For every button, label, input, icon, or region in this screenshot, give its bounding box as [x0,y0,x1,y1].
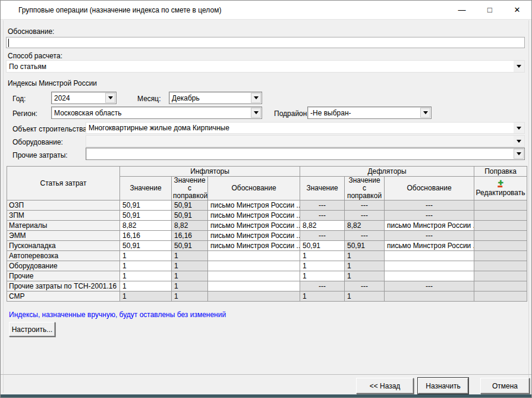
cost-value-cell[interactable]: письмо Минстроя России ... [208,241,300,251]
cost-value-cell: 1 [172,271,208,281]
chevron-down-icon [514,136,524,146]
cost-value-cell: 1 [345,261,385,271]
cost-value-cell [474,241,527,251]
header-def-justification: Обоснование [385,177,474,200]
cost-article-cell: СМР [7,292,120,302]
cost-value-cell [474,261,527,271]
cost-value-cell[interactable]: 16,16 [120,231,172,241]
cost-article-cell: Пусконаладка [7,241,120,251]
section-title: Индексы Минстрой России [8,79,97,87]
cost-value-cell[interactable]: 50,91 [120,211,172,221]
table-row: ЭММ16,1616,16письмо Минстроя России ...-… [7,231,527,241]
cost-article-cell: ОЗП [7,200,120,211]
cost-value-cell[interactable]: 8,82 [120,221,172,231]
header-adjustment: Поправка [474,167,527,177]
other-costs-select[interactable] [86,148,525,160]
group-operations-dialog: Групповые операции (назначение индекса п… [0,0,532,398]
year-value: 2024 [52,94,105,102]
table-row: ЗПМ50,9150,91письмо Минстроя России ...-… [7,211,527,221]
cost-value-cell[interactable] [208,261,300,271]
window-bottom-edge [1,394,531,397]
cost-value-cell[interactable]: 1 [120,261,172,271]
cost-value-cell[interactable]: письмо Минстроя России ... [208,221,300,231]
back-button[interactable]: << Назад [356,378,414,394]
cost-article-cell: Оборудование [7,261,120,271]
edit-label: Редактировать [476,189,525,197]
other-costs-label: Прочие затраты: [12,151,68,159]
chevron-down-icon [514,149,524,159]
cost-value-cell[interactable]: 1 [300,271,345,281]
minus-icon [498,186,502,187]
cost-value-cell: --- [300,231,345,241]
cost-value-cell[interactable]: 1 [120,271,172,281]
configure-button[interactable]: Настроить... [9,322,55,337]
cost-value-cell[interactable]: 1 [300,251,345,261]
manual-indexes-note: Индексы, назначенные вручную, будут оста… [9,311,226,319]
assign-button[interactable]: Назначить [418,378,468,394]
edit-adjustment-button[interactable]: ✚ Редактировать [474,177,527,200]
region-select[interactable]: Московская область [51,106,262,119]
chevron-down-icon [420,108,430,118]
cost-value-cell[interactable]: письмо Минстроя России ... [208,200,300,211]
cost-value-cell[interactable]: 50,91 [300,241,345,251]
calc-method-select[interactable]: По статьям [6,60,525,73]
cost-value-cell[interactable]: 8,82 [300,221,345,231]
cost-value-cell [474,200,527,211]
cost-value-cell[interactable] [385,261,474,271]
header-deflators: Дефляторы [300,167,474,177]
minimize-button[interactable]: — [448,1,476,19]
left-border [3,20,4,393]
cost-article-cell: ЭММ [7,231,120,241]
equipment-label: Оборудование: [12,138,63,146]
cost-value-cell[interactable]: письмо Минстроя России ... [208,231,300,241]
cost-value-cell[interactable]: 1 [120,281,172,292]
justification-input[interactable] [6,37,525,48]
construction-object-value: Многоквартирные жилые дома Кирпичные [86,124,514,132]
cancel-button[interactable]: Отмена [480,378,530,394]
cost-table-body: ОЗП50,9150,91письмо Минстроя России ...-… [7,200,527,302]
justification-label: Обоснование: [8,27,54,36]
cost-article-cell: Прочие [7,271,120,281]
cost-value-cell: 1 [172,292,208,302]
cost-value-cell: 8,82 [172,221,208,231]
cost-value-cell: --- [385,231,474,241]
construction-object-select[interactable]: Многоквартирные жилые дома Кирпичные [86,122,525,134]
cost-value-cell [474,281,527,292]
cost-value-cell: 50,91 [172,241,208,251]
cost-value-cell: --- [385,281,474,292]
year-select[interactable]: 2024 [51,92,117,104]
subregion-select[interactable]: -Не выбран- [307,106,432,119]
cost-value-cell[interactable] [208,251,300,261]
cost-value-cell[interactable]: 50,91 [120,241,172,251]
right-border [528,20,529,393]
cost-value-cell[interactable] [208,281,300,292]
cost-value-cell: --- [345,231,385,241]
month-select[interactable]: Декабрь [169,92,262,104]
cost-value-cell[interactable] [208,271,300,281]
cost-value-cell: --- [300,281,345,292]
cost-value-cell: 50,91 [345,241,385,251]
cost-value-cell [474,211,527,221]
cost-value-cell: 16,16 [172,231,208,241]
cost-index-table: Статья затрат Инфляторы Дефляторы Поправ… [7,166,527,302]
table-row: СМР1111 [7,292,527,302]
month-value: Декабрь [169,94,251,102]
cost-value-cell[interactable]: письмо Минстроя России ... [208,211,300,221]
cost-value-cell[interactable] [385,251,474,261]
cost-value-cell[interactable]: письмо Минстроя России ... [385,241,474,251]
cost-value-cell: 1 [172,251,208,261]
cost-value-cell[interactable]: 1 [120,251,172,261]
cost-value-cell: 50,91 [172,211,208,221]
subregion-value: -Не выбран- [308,109,420,117]
cost-value-cell[interactable]: 50,91 [120,200,172,211]
cost-value-cell [474,251,527,261]
close-button[interactable]: ✕ [503,1,531,19]
maximize-button[interactable]: □ [476,1,503,19]
equipment-select[interactable] [86,135,525,147]
table-row: Прочие затраты по ТСН-2001.1611--------- [7,281,527,292]
chevron-down-icon [514,123,524,133]
cost-value-cell[interactable]: письмо Минстроя России ... [385,221,474,231]
cost-article-cell: Материалы [7,221,120,231]
cost-value-cell[interactable] [385,271,474,281]
cost-value-cell[interactable]: 1 [300,261,345,271]
